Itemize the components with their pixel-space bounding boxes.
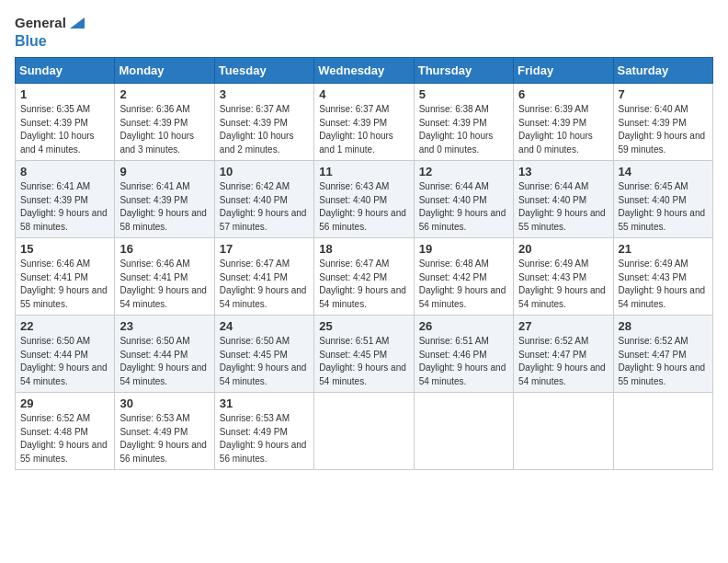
day-of-week-header: Thursday xyxy=(414,58,513,84)
day-info: Sunrise: 6:44 AMSunset: 4:40 PMDaylight:… xyxy=(419,180,508,234)
calendar-cell: 22Sunrise: 6:50 AMSunset: 4:44 PMDayligh… xyxy=(16,316,115,393)
day-number: 27 xyxy=(518,319,608,333)
day-info: Sunrise: 6:38 AMSunset: 4:39 PMDaylight:… xyxy=(419,103,508,156)
day-info: Sunrise: 6:47 AMSunset: 4:42 PMDaylight:… xyxy=(319,258,408,311)
day-info: Sunrise: 6:50 AMSunset: 4:44 PMDaylight:… xyxy=(20,335,109,388)
day-of-week-header: Monday xyxy=(115,58,214,84)
day-number: 22 xyxy=(20,319,109,333)
day-of-week-header: Tuesday xyxy=(214,58,313,84)
day-of-week-header: Saturday xyxy=(613,58,712,84)
svg-marker-0 xyxy=(70,17,85,29)
calendar-cell: 21Sunrise: 6:49 AMSunset: 4:43 PMDayligh… xyxy=(613,238,712,316)
day-info: Sunrise: 6:46 AMSunset: 4:41 PMDaylight:… xyxy=(119,258,209,311)
calendar-cell: 27Sunrise: 6:52 AMSunset: 4:47 PMDayligh… xyxy=(514,316,613,393)
calendar-cell: 6Sunrise: 6:39 AMSunset: 4:39 PMDaylight… xyxy=(514,84,613,161)
calendar-week-row: 29Sunrise: 6:52 AMSunset: 4:48 PMDayligh… xyxy=(16,393,713,470)
day-number: 24 xyxy=(220,319,309,333)
day-number: 29 xyxy=(20,396,109,410)
day-info: Sunrise: 6:49 AMSunset: 4:43 PMDaylight:… xyxy=(518,258,608,311)
day-info: Sunrise: 6:37 AMSunset: 4:39 PMDaylight:… xyxy=(220,103,309,156)
calendar-week-row: 15Sunrise: 6:46 AMSunset: 4:41 PMDayligh… xyxy=(16,238,713,316)
day-number: 21 xyxy=(619,242,708,256)
day-info: Sunrise: 6:52 AMSunset: 4:47 PMDaylight:… xyxy=(619,335,708,388)
day-info: Sunrise: 6:48 AMSunset: 4:42 PMDaylight:… xyxy=(419,258,508,311)
day-of-week-header: Friday xyxy=(514,58,613,84)
day-number: 16 xyxy=(119,242,209,256)
calendar-cell xyxy=(414,393,513,470)
day-number: 26 xyxy=(419,319,508,333)
calendar-cell: 26Sunrise: 6:51 AMSunset: 4:46 PMDayligh… xyxy=(414,316,513,393)
calendar-cell: 2Sunrise: 6:36 AMSunset: 4:39 PMDaylight… xyxy=(115,84,214,161)
day-info: Sunrise: 6:49 AMSunset: 4:43 PMDaylight:… xyxy=(619,258,708,311)
day-info: Sunrise: 6:41 AMSunset: 4:39 PMDaylight:… xyxy=(20,180,109,234)
calendar-cell xyxy=(613,393,712,470)
logo-bird-icon xyxy=(68,16,85,32)
day-number: 25 xyxy=(319,319,408,333)
calendar-cell: 28Sunrise: 6:52 AMSunset: 4:47 PMDayligh… xyxy=(613,316,712,393)
calendar-cell: 19Sunrise: 6:48 AMSunset: 4:42 PMDayligh… xyxy=(414,238,513,316)
calendar-cell: 16Sunrise: 6:46 AMSunset: 4:41 PMDayligh… xyxy=(115,238,214,316)
calendar-cell: 5Sunrise: 6:38 AMSunset: 4:39 PMDaylight… xyxy=(414,84,513,161)
day-number: 12 xyxy=(419,165,508,178)
day-number: 2 xyxy=(119,87,209,101)
day-number: 5 xyxy=(419,87,508,101)
day-number: 31 xyxy=(220,396,309,410)
calendar-cell: 12Sunrise: 6:44 AMSunset: 4:40 PMDayligh… xyxy=(414,161,513,238)
day-info: Sunrise: 6:51 AMSunset: 4:46 PMDaylight:… xyxy=(419,335,508,388)
page-header: General Blue xyxy=(15,15,713,50)
calendar-cell: 4Sunrise: 6:37 AMSunset: 4:39 PMDaylight… xyxy=(314,84,414,161)
calendar-cell: 17Sunrise: 6:47 AMSunset: 4:41 PMDayligh… xyxy=(214,238,313,316)
day-number: 28 xyxy=(619,319,708,333)
day-number: 4 xyxy=(319,87,408,101)
day-number: 20 xyxy=(518,242,608,256)
calendar-cell: 3Sunrise: 6:37 AMSunset: 4:39 PMDaylight… xyxy=(214,84,313,161)
calendar-header-row: SundayMondayTuesdayWednesdayThursdayFrid… xyxy=(16,58,713,84)
calendar-cell: 7Sunrise: 6:40 AMSunset: 4:39 PMDaylight… xyxy=(613,84,712,161)
calendar-cell: 20Sunrise: 6:49 AMSunset: 4:43 PMDayligh… xyxy=(514,238,613,316)
calendar-cell: 31Sunrise: 6:53 AMSunset: 4:49 PMDayligh… xyxy=(214,393,313,470)
day-number: 30 xyxy=(119,396,209,410)
calendar-week-row: 1Sunrise: 6:35 AMSunset: 4:39 PMDaylight… xyxy=(16,84,713,161)
day-number: 3 xyxy=(220,87,309,101)
day-info: Sunrise: 6:53 AMSunset: 4:49 PMDaylight:… xyxy=(220,412,309,465)
day-info: Sunrise: 6:39 AMSunset: 4:39 PMDaylight:… xyxy=(518,103,608,156)
calendar-cell: 9Sunrise: 6:41 AMSunset: 4:39 PMDaylight… xyxy=(115,161,214,238)
day-info: Sunrise: 6:35 AMSunset: 4:39 PMDaylight:… xyxy=(20,103,109,156)
calendar-cell xyxy=(514,393,613,470)
day-number: 6 xyxy=(518,87,608,101)
calendar-cell: 25Sunrise: 6:51 AMSunset: 4:45 PMDayligh… xyxy=(314,316,414,393)
logo-text: General Blue xyxy=(15,15,85,50)
calendar-cell: 8Sunrise: 6:41 AMSunset: 4:39 PMDaylight… xyxy=(16,161,115,238)
calendar-cell: 23Sunrise: 6:50 AMSunset: 4:44 PMDayligh… xyxy=(115,316,214,393)
calendar-cell: 10Sunrise: 6:42 AMSunset: 4:40 PMDayligh… xyxy=(214,161,313,238)
day-number: 15 xyxy=(20,242,109,256)
calendar-week-row: 8Sunrise: 6:41 AMSunset: 4:39 PMDaylight… xyxy=(16,161,713,238)
day-number: 23 xyxy=(119,319,209,333)
calendar-cell: 30Sunrise: 6:53 AMSunset: 4:49 PMDayligh… xyxy=(115,393,214,470)
day-number: 1 xyxy=(20,87,109,101)
day-number: 14 xyxy=(619,165,708,178)
day-number: 8 xyxy=(20,165,109,178)
day-info: Sunrise: 6:53 AMSunset: 4:49 PMDaylight:… xyxy=(119,412,209,465)
day-info: Sunrise: 6:44 AMSunset: 4:40 PMDaylight:… xyxy=(518,180,608,234)
calendar-cell: 18Sunrise: 6:47 AMSunset: 4:42 PMDayligh… xyxy=(314,238,414,316)
day-info: Sunrise: 6:41 AMSunset: 4:39 PMDaylight:… xyxy=(119,180,209,234)
calendar-cell: 11Sunrise: 6:43 AMSunset: 4:40 PMDayligh… xyxy=(314,161,414,238)
calendar-cell: 1Sunrise: 6:35 AMSunset: 4:39 PMDaylight… xyxy=(16,84,115,161)
day-info: Sunrise: 6:52 AMSunset: 4:47 PMDaylight:… xyxy=(518,335,608,388)
day-number: 13 xyxy=(518,165,608,178)
day-info: Sunrise: 6:52 AMSunset: 4:48 PMDaylight:… xyxy=(20,412,109,465)
calendar-cell: 15Sunrise: 6:46 AMSunset: 4:41 PMDayligh… xyxy=(16,238,115,316)
calendar-cell xyxy=(314,393,414,470)
day-info: Sunrise: 6:46 AMSunset: 4:41 PMDaylight:… xyxy=(20,258,109,311)
day-info: Sunrise: 6:43 AMSunset: 4:40 PMDaylight:… xyxy=(319,180,408,234)
calendar-cell: 29Sunrise: 6:52 AMSunset: 4:48 PMDayligh… xyxy=(16,393,115,470)
day-of-week-header: Wednesday xyxy=(314,58,414,84)
day-number: 11 xyxy=(319,165,408,178)
day-info: Sunrise: 6:45 AMSunset: 4:40 PMDaylight:… xyxy=(619,180,708,234)
calendar-cell: 24Sunrise: 6:50 AMSunset: 4:45 PMDayligh… xyxy=(214,316,313,393)
day-of-week-header: Sunday xyxy=(16,58,115,84)
day-number: 19 xyxy=(419,242,508,256)
calendar-table: SundayMondayTuesdayWednesdayThursdayFrid… xyxy=(15,57,713,470)
day-info: Sunrise: 6:50 AMSunset: 4:45 PMDaylight:… xyxy=(220,335,309,388)
